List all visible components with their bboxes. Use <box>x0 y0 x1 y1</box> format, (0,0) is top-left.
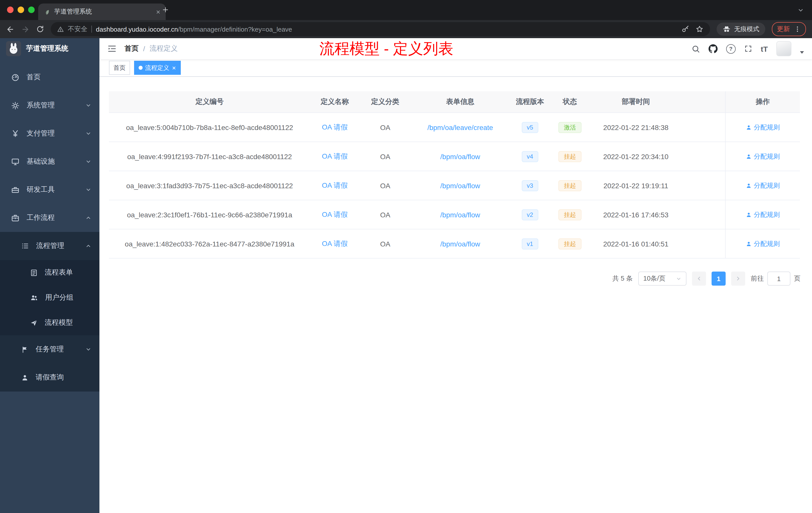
column-header: 状态 <box>551 91 589 113</box>
tag-process-definition[interactable]: 流程定义 <box>134 61 181 75</box>
cell-category: OA <box>359 113 411 142</box>
cell-definition-id: oa_leave:3:1fad3d93-7b75-11ec-a3c8-acde4… <box>109 171 310 200</box>
cell-deploy-time: 2022-01-22 21:48:38 <box>589 113 683 142</box>
page-size-select[interactable]: 10条/页 <box>638 272 687 285</box>
definition-name-link[interactable]: OA 请假 <box>322 152 348 161</box>
person-icon <box>746 182 752 188</box>
gear-icon <box>11 101 20 110</box>
tag-close-icon[interactable] <box>172 65 176 70</box>
goto-label: 前往 <box>751 274 764 283</box>
favicon <box>43 8 50 15</box>
tags-view-bar: 首页 流程定义 <box>99 59 812 77</box>
breadcrumb-current: 流程定义 <box>150 44 178 53</box>
table-row: oa_leave:3:1fad3d93-7b75-11ec-a3c8-acde4… <box>109 171 800 200</box>
sidebar-item-infrastructure[interactable]: 基础设施 <box>0 148 99 176</box>
security-warning-icon[interactable] <box>57 26 64 32</box>
sidebar-fold-icon[interactable] <box>108 44 116 53</box>
assign-rule-link[interactable]: 分配规则 <box>746 152 780 161</box>
font-size-icon[interactable]: tT <box>761 44 768 53</box>
security-label: 不安全 <box>68 25 87 34</box>
back-button[interactable] <box>6 25 14 33</box>
reload-button[interactable] <box>36 25 44 33</box>
assign-rule-link[interactable]: 分配规则 <box>746 181 780 190</box>
dashboard-icon <box>11 73 20 82</box>
bookmark-star-icon[interactable] <box>696 25 703 33</box>
browser-toolbar: 不安全 dashboard.yudao.iocoder.cn/bpm/manag… <box>0 20 812 38</box>
sidebar-item-home[interactable]: 首页 <box>0 63 99 91</box>
next-page-button[interactable] <box>731 272 745 285</box>
breadcrumb-separator: / <box>143 45 145 53</box>
sidebar-item-payment[interactable]: 支付管理 <box>0 119 99 148</box>
password-key-icon[interactable] <box>682 25 690 33</box>
update-label: 更新 <box>777 25 790 34</box>
sidebar-item-process-management[interactable]: 流程管理 <box>0 232 99 260</box>
definition-name-link[interactable]: OA 请假 <box>322 239 348 248</box>
column-header: 部署时间 <box>589 91 683 113</box>
assign-rule-link[interactable]: 分配规则 <box>746 123 780 132</box>
sidebar-item-workflow[interactable]: 工作流程 <box>0 204 99 232</box>
logo-avatar <box>6 41 21 56</box>
tab-close-icon[interactable] <box>156 9 161 14</box>
sidebar-item-leave-query[interactable]: 请假查询 <box>0 363 99 392</box>
sidebar-item-process-model[interactable]: 流程模型 <box>0 310 99 335</box>
person-icon <box>746 124 752 130</box>
definition-name-link[interactable]: OA 请假 <box>322 181 348 190</box>
cell-deploy-time: 2022-01-22 20:34:10 <box>589 142 683 171</box>
prev-page-button[interactable] <box>692 272 706 285</box>
user-avatar[interactable] <box>776 41 791 56</box>
definition-name-link[interactable]: OA 请假 <box>322 123 348 132</box>
sidebar-item-label: 流程表单 <box>45 268 73 277</box>
new-tab-button[interactable] <box>162 6 169 13</box>
form-link[interactable]: /bpm/oa/leave/create <box>427 123 493 131</box>
breadcrumb-home[interactable]: 首页 <box>124 44 139 53</box>
page-jump-input[interactable] <box>767 272 790 285</box>
tag-home[interactable]: 首页 <box>109 61 130 75</box>
app-title: 芋道管理系统 <box>26 44 68 53</box>
definition-name-link[interactable]: OA 请假 <box>322 210 348 219</box>
url-domain: dashboard.yudao.iocoder.cn <box>96 25 178 33</box>
form-link[interactable]: /bpm/oa/flow <box>440 211 480 219</box>
zoom-window-button[interactable] <box>28 6 35 13</box>
sidebar-item-dev-tools[interactable]: 研发工具 <box>0 176 99 204</box>
users-icon <box>30 294 38 302</box>
sidebar-item-user-group[interactable]: 用户分组 <box>0 285 99 310</box>
tab-search-chevron-icon[interactable] <box>798 7 804 13</box>
table-header-row: 定义编号 定义名称 定义分类 表单信息 流程版本 状态 部署时间 操作 <box>109 91 800 113</box>
url-text: dashboard.yudao.iocoder.cn/bpm/manager/d… <box>96 25 292 33</box>
person-icon <box>746 153 752 159</box>
form-link[interactable]: /bpm/oa/flow <box>440 240 480 248</box>
column-header: 操作 <box>725 91 800 113</box>
form-link[interactable]: /bpm/oa/flow <box>440 152 480 160</box>
help-icon[interactable]: ? <box>726 44 736 54</box>
page-number-button[interactable]: 1 <box>712 272 726 285</box>
github-icon[interactable] <box>708 44 718 53</box>
assign-rule-link[interactable]: 分配规则 <box>746 239 780 248</box>
person-icon <box>746 241 752 247</box>
browser-menu-kebab-icon[interactable] <box>794 26 801 33</box>
form-link[interactable]: /bpm/oa/flow <box>440 181 480 189</box>
incognito-badge: 无痕模式 <box>717 23 765 36</box>
browser-tab[interactable]: 芋道管理系统 <box>38 3 166 20</box>
chevron-down-icon <box>676 276 682 281</box>
assign-rule-link[interactable]: 分配规则 <box>746 210 780 219</box>
sidebar-item-task-management[interactable]: 任务管理 <box>0 335 99 363</box>
fullscreen-icon[interactable] <box>744 45 752 53</box>
cell-category: OA <box>359 230 411 258</box>
sidebar-logo[interactable]: 芋道管理系统 <box>0 38 99 59</box>
sidebar-item-system[interactable]: 系统管理 <box>0 91 99 119</box>
active-tag-dot <box>139 66 143 70</box>
search-icon[interactable] <box>692 44 700 53</box>
forward-button[interactable] <box>21 25 30 33</box>
avatar-caret-down-icon[interactable] <box>800 51 804 54</box>
briefcase-icon <box>11 214 20 222</box>
tag-label: 首页 <box>114 63 125 72</box>
sidebar-item-process-form[interactable]: 流程表单 <box>0 260 99 285</box>
person-icon <box>746 212 752 218</box>
browser-update-button[interactable]: 更新 <box>772 22 806 36</box>
status-badge: 激活 <box>558 122 581 133</box>
cell-deploy-time: 2022-01-16 17:46:53 <box>589 200 683 229</box>
close-window-button[interactable] <box>7 6 13 13</box>
yen-icon <box>11 129 20 138</box>
address-bar[interactable]: 不安全 dashboard.yudao.iocoder.cn/bpm/manag… <box>51 22 710 36</box>
minimize-window-button[interactable] <box>18 6 24 13</box>
